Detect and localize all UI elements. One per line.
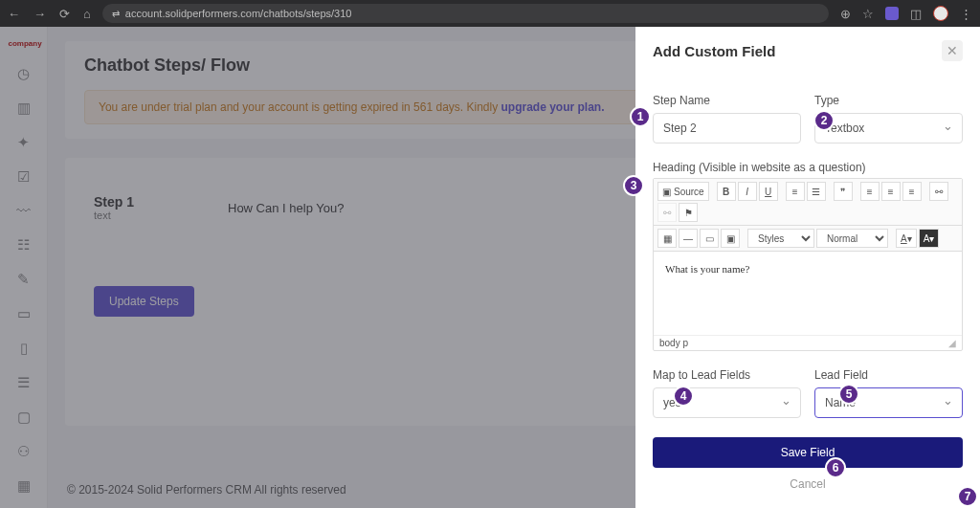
embed-icon[interactable]: ▭ xyxy=(700,229,719,248)
back-icon[interactable]: ← xyxy=(8,7,20,21)
type-label: Type xyxy=(814,94,963,107)
ul-icon[interactable]: ☰ xyxy=(807,182,826,201)
menu-icon[interactable]: ⋮ xyxy=(960,7,972,21)
unlink-icon[interactable]: ⚯ xyxy=(657,203,677,222)
reload-icon[interactable]: ⟳ xyxy=(59,7,70,21)
quote-icon[interactable]: ❞ xyxy=(834,182,853,201)
close-button[interactable]: ✕ xyxy=(942,40,963,61)
rte-content[interactable]: What is your name? xyxy=(654,252,962,335)
callout-4: 4 xyxy=(673,386,694,407)
bold-icon[interactable]: B xyxy=(717,182,736,201)
save-field-button[interactable]: Save Field xyxy=(653,437,963,468)
align-left-icon[interactable]: ≡ xyxy=(860,182,880,201)
table-icon[interactable]: ▦ xyxy=(657,229,677,248)
callout-1: 1 xyxy=(630,106,651,127)
hr-icon[interactable]: — xyxy=(679,229,698,248)
map-label: Map to Lead Fields xyxy=(653,368,801,382)
ol-icon[interactable]: ≡ xyxy=(786,182,805,201)
home-icon[interactable]: ⌂ xyxy=(83,7,91,21)
lock-icon: ⇄ xyxy=(112,9,120,19)
callout-5: 5 xyxy=(838,384,859,405)
heading-label: Heading (Visible in website as a questio… xyxy=(653,161,963,174)
align-right-icon[interactable]: ≡ xyxy=(902,182,922,201)
modal-title: Add Custom Field xyxy=(653,43,775,59)
resize-handle[interactable]: ◢ xyxy=(948,338,956,348)
ext-icon-2[interactable]: ◫ xyxy=(910,7,922,21)
rich-text-editor: ▣Source B I U ≡ ☰ ❞ ≡ ≡ ≡ ⚯ ⚯ ⚑ ▦ xyxy=(653,178,963,351)
underline-icon[interactable]: U xyxy=(759,182,778,201)
star-icon[interactable]: ☆ xyxy=(862,7,874,21)
bgcolor-icon[interactable]: A▾ xyxy=(919,229,940,248)
profile-icon[interactable] xyxy=(933,6,948,21)
flag-icon[interactable]: ⚑ xyxy=(679,203,698,222)
align-center-icon[interactable]: ≡ xyxy=(881,182,901,201)
rte-path[interactable]: body p xyxy=(659,338,688,348)
lead-field-select[interactable]: Name xyxy=(814,387,963,418)
textcolor-icon[interactable]: A▾ xyxy=(896,229,917,248)
callout-7: 7 xyxy=(957,486,978,507)
step-name-input[interactable] xyxy=(653,113,801,144)
ext-icon-1[interactable] xyxy=(885,7,899,20)
callout-3: 3 xyxy=(623,175,644,196)
browser-chrome: ← → ⟳ ⌂ ⇄ account.solidperformers.com/ch… xyxy=(0,0,980,27)
url-text: account.solidperformers.com/chatbots/ste… xyxy=(125,8,352,19)
forward-icon[interactable]: → xyxy=(33,7,46,21)
link-icon[interactable]: ⚯ xyxy=(929,182,948,201)
image-icon[interactable]: ▣ xyxy=(721,229,740,248)
styles-select[interactable]: Styles xyxy=(747,229,814,248)
source-button[interactable]: ▣Source xyxy=(657,182,709,201)
add-custom-field-modal: Add Custom Field ✕ Step Name Type Textbo… xyxy=(635,27,980,508)
format-select[interactable]: Normal xyxy=(816,229,888,248)
lead-field-label: Lead Field xyxy=(814,368,963,382)
zoom-icon[interactable]: ⊕ xyxy=(840,7,851,21)
cancel-button[interactable]: Cancel xyxy=(653,474,963,495)
type-select[interactable]: Textbox xyxy=(814,113,963,144)
step-name-label: Step Name xyxy=(653,94,801,107)
callout-6: 6 xyxy=(825,457,846,478)
callout-2: 2 xyxy=(813,110,835,131)
italic-icon[interactable]: I xyxy=(738,182,757,201)
url-bar[interactable]: ⇄ account.solidperformers.com/chatbots/s… xyxy=(102,4,829,23)
